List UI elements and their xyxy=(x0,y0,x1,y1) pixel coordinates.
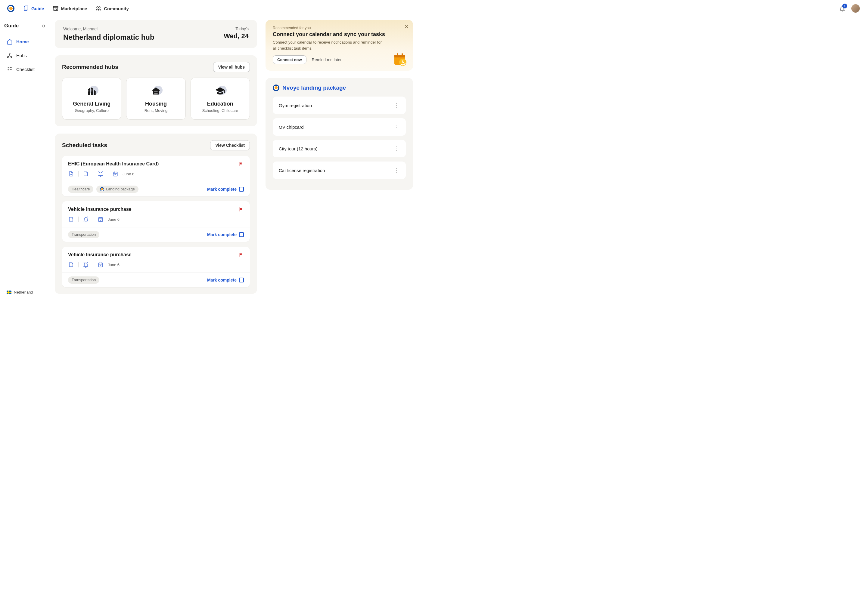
hub-card-education[interactable]: Education Schooling, Childcare xyxy=(191,78,250,120)
mark-complete-button[interactable]: Mark complete xyxy=(207,232,244,237)
sidebar-item-hubs[interactable]: Hubs xyxy=(4,49,46,61)
svg-rect-12 xyxy=(154,91,158,92)
flag-icon[interactable] xyxy=(238,161,244,167)
view-checklist-button[interactable]: View Checklist xyxy=(210,140,250,150)
calendar-callout: Recommended for you Connect your calenda… xyxy=(265,20,413,71)
today-date: Wed, 24 xyxy=(224,32,249,40)
hub-subtitle: Rent, Moving xyxy=(131,108,180,113)
task-card[interactable]: Vehicle Insurance purchaseJune 6Transpor… xyxy=(62,201,250,242)
sidebar-country[interactable]: Netherland xyxy=(4,288,46,297)
task-date: June 6 xyxy=(108,217,120,222)
hub-title: Housing xyxy=(131,101,180,107)
hub-card-general-living[interactable]: General Living Geography, Culture xyxy=(62,78,121,120)
welcome-text: Welcome, Michael xyxy=(63,27,154,31)
sidebar-country-label: Netherland xyxy=(14,290,33,294)
calendar-icon[interactable] xyxy=(98,262,104,268)
package-item-label: Gym registration xyxy=(279,103,312,108)
flag-icon[interactable] xyxy=(238,252,244,258)
package-title: Nvoye landing package xyxy=(282,85,346,91)
svg-rect-19 xyxy=(394,55,405,57)
svg-point-2 xyxy=(97,6,98,8)
task-card[interactable]: Vehicle Insurance purchaseJune 6Transpor… xyxy=(62,247,250,287)
task-date: June 6 xyxy=(108,262,120,267)
task-title: Vehicle Insurance purchase xyxy=(68,207,132,212)
collapse-icon[interactable] xyxy=(41,24,46,28)
calendar-sync-icon xyxy=(393,52,407,66)
hub-title: Education xyxy=(195,101,245,107)
package-item-label: City tour (12 hours) xyxy=(279,146,317,151)
nav-marketplace[interactable]: Marketplace xyxy=(53,5,87,11)
landing-package-panel: Nvoye landing package Gym registration⋮O… xyxy=(265,78,413,190)
task-title: Vehicle Insurance purchase xyxy=(68,252,132,258)
calendar-icon[interactable] xyxy=(112,171,118,177)
sidebar-item-label: Checklist xyxy=(16,67,35,72)
reminder-icon[interactable] xyxy=(98,171,104,177)
hub-card-housing[interactable]: Housing Rent, Moving xyxy=(126,78,186,120)
nav-community[interactable]: Community xyxy=(95,5,129,11)
svg-rect-13 xyxy=(154,93,158,94)
hubs-heading: Recommended hubs xyxy=(62,64,118,71)
task-tag: Landing package xyxy=(96,185,138,193)
community-icon xyxy=(95,5,101,11)
task-tag: Transportation xyxy=(68,231,99,238)
callout-title: Connect your calendar and sync your task… xyxy=(273,31,406,38)
app-logo xyxy=(7,5,14,12)
more-icon[interactable]: ⋮ xyxy=(394,124,400,130)
view-all-hubs-button[interactable]: View all hubs xyxy=(213,62,250,72)
package-item[interactable]: City tour (12 hours)⋮ xyxy=(273,140,406,157)
svg-rect-17 xyxy=(98,263,102,267)
mark-complete-button[interactable]: Mark complete xyxy=(207,278,244,283)
scheduled-tasks-panel: Scheduled tasks View Checklist EHIC (Eur… xyxy=(55,134,257,294)
tasks-heading: Scheduled tasks xyxy=(62,142,107,149)
mark-complete-button[interactable]: Mark complete xyxy=(207,187,244,192)
sidebar-item-label: Hubs xyxy=(16,53,27,58)
note-icon[interactable] xyxy=(68,216,74,222)
hub-subtitle: Schooling, Childcare xyxy=(195,108,245,113)
task-card[interactable]: EHIC (European Health Insurance Card)Jun… xyxy=(62,156,250,196)
svg-rect-9 xyxy=(91,89,92,90)
svg-rect-21 xyxy=(402,53,403,56)
close-icon[interactable] xyxy=(404,24,409,29)
checklist-icon xyxy=(6,66,13,72)
note-icon[interactable] xyxy=(68,262,74,268)
svg-rect-15 xyxy=(113,172,117,176)
connect-now-button[interactable]: Connect now xyxy=(273,55,306,64)
sidebar-item-checklist[interactable]: Checklist xyxy=(4,63,46,75)
package-item-label: OV chipcard xyxy=(279,124,304,130)
more-icon[interactable]: ⋮ xyxy=(394,167,400,174)
more-icon[interactable]: ⋮ xyxy=(394,145,400,152)
avatar[interactable] xyxy=(851,4,860,13)
package-item-label: Car license registration xyxy=(279,168,325,173)
reminder-icon[interactable] xyxy=(83,262,89,268)
remind-later-link[interactable]: Remind me later xyxy=(312,57,342,62)
calendar-icon[interactable] xyxy=(98,216,104,222)
home-icon xyxy=(6,39,13,44)
package-item[interactable]: Car license registration⋮ xyxy=(273,162,406,179)
attachment-icon[interactable] xyxy=(68,171,74,177)
sidebar-item-home[interactable]: Home xyxy=(4,36,46,47)
svg-point-14 xyxy=(71,174,72,175)
more-icon[interactable]: ⋮ xyxy=(394,102,400,108)
app-logo xyxy=(100,187,104,191)
svg-point-3 xyxy=(99,6,100,8)
flag-icon[interactable] xyxy=(238,207,244,212)
recommended-hubs-panel: Recommended hubs View all hubs General L… xyxy=(55,55,257,126)
package-item[interactable]: OV chipcard⋮ xyxy=(273,118,406,136)
app-logo xyxy=(273,85,279,91)
nav-guide[interactable]: Guide xyxy=(23,5,44,11)
nav-guide-label: Guide xyxy=(31,6,44,11)
callout-eyebrow: Recommended for you xyxy=(273,26,406,30)
buildings-icon xyxy=(87,86,97,96)
notifications-button[interactable]: 1 xyxy=(839,5,845,11)
task-tag: Transportation xyxy=(68,277,99,284)
hub-title: General Living xyxy=(67,101,116,107)
svg-rect-11 xyxy=(91,91,92,92)
sidebar: Guide Home Hubs Checklist Netherland xyxy=(0,17,50,303)
store-icon xyxy=(53,5,59,11)
today-label: Today's xyxy=(224,27,249,31)
reminder-icon[interactable] xyxy=(83,216,89,222)
house-icon xyxy=(151,86,161,96)
sidebar-item-label: Home xyxy=(16,39,29,44)
package-item[interactable]: Gym registration⋮ xyxy=(273,97,406,114)
note-icon[interactable] xyxy=(83,171,89,177)
